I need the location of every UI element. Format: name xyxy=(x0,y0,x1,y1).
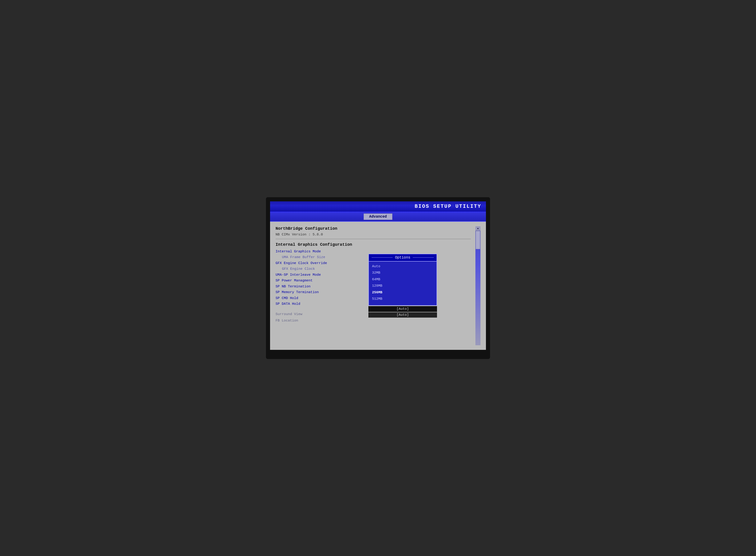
bottom-item-fb-location[interactable]: FB Location xyxy=(275,318,471,324)
options-body: Auto 32MB 64MB 128MB 256MB 512MB xyxy=(368,262,437,306)
scrollbar-thumb[interactable] xyxy=(476,231,480,249)
option-128mb[interactable]: 128MB xyxy=(372,283,433,289)
menu-bar: Advanced xyxy=(270,212,486,222)
option-auto[interactable]: Auto xyxy=(372,263,433,270)
advanced-tab[interactable]: Advanced xyxy=(364,213,393,220)
scrollbar: ▲ xyxy=(476,226,481,345)
option-256mb[interactable]: 256MB xyxy=(372,289,433,296)
title-bar: BIOS SETUP UTILITY xyxy=(270,201,486,212)
options-header: Options xyxy=(368,254,437,262)
scroll-up-arrow[interactable]: ▲ xyxy=(476,226,481,231)
value-display-1: [Auto] xyxy=(368,306,437,312)
value-display-2: [Auto] xyxy=(368,312,437,318)
section2-title: Internal Graphics Configuration xyxy=(275,242,471,247)
options-popup: Options Auto 32MB 64MB 128MB 256MB 512MB… xyxy=(368,254,437,318)
value-text-1: [Auto] xyxy=(372,307,434,311)
version-line: NB CIMx Version : 5.8.0 xyxy=(275,233,471,237)
value-text-2: [Auto] xyxy=(372,313,434,317)
scrollbar-track[interactable] xyxy=(476,231,481,345)
option-512mb[interactable]: 512MB xyxy=(372,296,433,303)
options-title: Options xyxy=(393,255,413,260)
bios-title: BIOS SETUP UTILITY xyxy=(415,204,481,209)
option-32mb[interactable]: 32MB xyxy=(372,270,433,276)
monitor-bezel: BIOS SETUP UTILITY Advanced NorthBridge … xyxy=(266,197,490,359)
content-area: NorthBridge Configuration NB CIMx Versio… xyxy=(270,222,486,350)
screen: BIOS SETUP UTILITY Advanced NorthBridge … xyxy=(270,201,486,350)
option-64mb[interactable]: 64MB xyxy=(372,276,433,283)
section1-title: NorthBridge Configuration xyxy=(275,226,471,231)
